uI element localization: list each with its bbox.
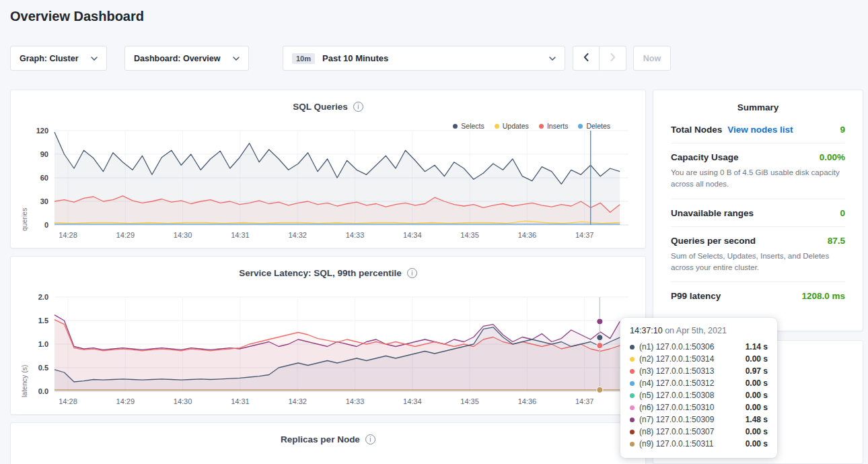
- tooltip-node-label: (n2) 127.0.0.1:50314: [639, 354, 714, 364]
- series-dot-icon: [630, 442, 635, 446]
- tooltip-node-value: 1.48 s: [746, 415, 768, 424]
- svg-text:0.5: 0.5: [38, 364, 48, 372]
- svg-text:14:35: 14:35: [460, 397, 479, 405]
- tooltip-node-label: (n4) 127.0.0.1:50312: [639, 378, 714, 388]
- tooltip-node-value: 0.00 s: [746, 354, 768, 364]
- replicas-per-node-title: Replicas per Node: [281, 434, 360, 444]
- now-button[interactable]: Now: [633, 46, 671, 71]
- series-dot-icon: [630, 381, 635, 386]
- queries-per-second-description: Sum of Selects, Updates, Inserts, and De…: [671, 251, 845, 274]
- tooltip-node-label: (n6) 127.0.0.1:50310: [639, 403, 714, 412]
- svg-text:0.0: 0.0: [38, 387, 48, 395]
- svg-text:14:31: 14:31: [231, 231, 250, 239]
- summary-title: Summary: [653, 90, 863, 118]
- tooltip-node-value: 0.00 s: [746, 391, 768, 400]
- series-dot-icon: [630, 345, 635, 350]
- tooltip-row: (n5) 127.0.0.1:503080.00 s: [630, 389, 768, 401]
- svg-text:120: 120: [36, 127, 48, 135]
- series-dot-icon: [630, 430, 635, 434]
- replicas-per-node-panel: Replicas per Node i: [10, 422, 646, 464]
- chevron-down-icon: [549, 57, 556, 61]
- info-icon[interactable]: i: [407, 268, 417, 278]
- svg-text:14:37: 14:37: [575, 231, 594, 239]
- series-dot-icon: [630, 418, 635, 422]
- tooltip-node-value: 0.00 s: [746, 427, 768, 436]
- svg-text:14:32: 14:32: [288, 397, 307, 405]
- svg-text:30: 30: [40, 197, 48, 205]
- total-nodes-value: 9: [840, 125, 845, 135]
- svg-text:60: 60: [40, 174, 48, 182]
- tooltip-node-value: 0.00 s: [746, 378, 768, 388]
- time-next-button[interactable]: [600, 46, 626, 71]
- svg-text:14:28: 14:28: [59, 231, 77, 239]
- dashboard-dropdown-label: Dashboard: Overview: [134, 54, 221, 63]
- time-prev-button[interactable]: [573, 46, 600, 71]
- tooltip-title: 14:37:10 on Apr 5th, 2021: [630, 326, 768, 335]
- queries-per-second-label: Queries per second: [671, 236, 756, 246]
- tooltip-node-value: 0.00 s: [746, 439, 768, 449]
- svg-text:14:31: 14:31: [231, 397, 250, 405]
- summary-panel: Summary Total Nodes View nodes list 9 Ca…: [653, 90, 863, 331]
- sql-queries-plot[interactable]: 14:2814:2914:3014:3114:3214:3314:3414:35…: [21, 125, 630, 241]
- svg-text:14:34: 14:34: [403, 397, 422, 405]
- tooltip-rows: (n1) 127.0.0.1:503061.14 s(n2) 127.0.0.1…: [630, 341, 768, 450]
- svg-text:14:33: 14:33: [346, 231, 365, 239]
- svg-text:14:28: 14:28: [59, 397, 77, 405]
- p99-latency-value: 1208.0 ms: [801, 291, 845, 301]
- unavailable-ranges-section: Unavailable ranges 0: [671, 199, 845, 226]
- tooltip-node-label: (n5) 127.0.0.1:50308: [639, 391, 714, 400]
- p99-latency-section: P99 latency 1208.0 ms: [671, 281, 845, 309]
- time-step-buttons: [573, 46, 626, 71]
- graph-dropdown[interactable]: Graph: Cluster: [10, 46, 107, 71]
- capacity-usage-section: Capacity Usage 0.00% You are using 0 B o…: [671, 143, 845, 199]
- tooltip-node-value: 0.00 s: [746, 403, 768, 412]
- svg-text:2.0: 2.0: [38, 293, 48, 301]
- total-nodes-section: Total Nodes View nodes list 9: [671, 118, 845, 143]
- tooltip-node-label: (n9) 127.0.0.1:50311: [639, 439, 714, 449]
- svg-text:14:37: 14:37: [575, 397, 594, 405]
- tooltip-row: (n7) 127.0.0.1:503091.48 s: [630, 413, 768, 426]
- capacity-usage-label: Capacity Usage: [671, 152, 739, 162]
- tooltip-row: (n8) 127.0.0.1:503070.00 s: [630, 426, 768, 438]
- sql-queries-title: SQL Queries: [293, 102, 348, 112]
- chevron-down-icon: [233, 57, 240, 61]
- queries-per-second-value: 87.5: [828, 236, 845, 246]
- svg-text:1.5: 1.5: [38, 317, 48, 325]
- dashboard-dropdown[interactable]: Dashboard: Overview: [124, 46, 249, 71]
- info-icon[interactable]: i: [353, 102, 363, 112]
- sql-queries-panel: SQL Queries i SelectsUpdatesInsertsDelet…: [10, 90, 646, 248]
- p99-latency-label: P99 latency: [671, 291, 721, 301]
- info-icon[interactable]: i: [365, 434, 375, 444]
- total-nodes-label: Total Nodes: [671, 125, 722, 135]
- tooltip-row: (n1) 127.0.0.1:503061.14 s: [630, 341, 768, 353]
- time-range-label: Past 10 Minutes: [322, 53, 388, 63]
- svg-text:0: 0: [44, 221, 48, 229]
- tooltip-node-label: (n7) 127.0.0.1:50309: [639, 415, 714, 424]
- tooltip-node-label: (n3) 127.0.0.1:50313: [639, 366, 714, 376]
- view-nodes-list-link[interactable]: View nodes list: [727, 125, 793, 135]
- tooltip-time: 14:37:10: [630, 326, 663, 335]
- svg-text:14:34: 14:34: [403, 231, 422, 239]
- series-dot-icon: [630, 405, 635, 410]
- tooltip-row: (n6) 127.0.0.1:503100.00 s: [630, 401, 768, 413]
- tooltip-row: (n2) 127.0.0.1:503140.00 s: [630, 353, 768, 365]
- graph-dropdown-label: Graph: Cluster: [20, 54, 79, 63]
- chevron-right-icon: [610, 53, 616, 63]
- svg-text:90: 90: [40, 150, 48, 158]
- time-range-selector[interactable]: 10m Past 10 Minutes: [283, 46, 565, 71]
- svg-text:14:30: 14:30: [174, 397, 192, 405]
- svg-text:14:29: 14:29: [116, 397, 135, 405]
- queries-per-second-section: Queries per second 87.5 Sum of Selects, …: [671, 226, 845, 282]
- series-dot-icon: [630, 393, 635, 398]
- latency-plot[interactable]: 14:2814:2914:3014:3114:3214:3314:3414:35…: [21, 292, 630, 407]
- chevron-left-icon: [583, 53, 589, 63]
- unavailable-ranges-label: Unavailable ranges: [671, 208, 754, 218]
- series-dot-icon: [630, 357, 635, 362]
- svg-text:14:36: 14:36: [518, 231, 537, 239]
- svg-text:14:30: 14:30: [174, 231, 192, 239]
- svg-text:14:36: 14:36: [518, 397, 537, 405]
- tooltip-row: (n3) 127.0.0.1:503130.97 s: [630, 365, 768, 377]
- service-latency-title: Service Latency: SQL, 99th percentile: [239, 268, 402, 278]
- tooltip-node-value: 0.97 s: [746, 366, 768, 376]
- page-title: Overview Dashboard: [10, 9, 144, 24]
